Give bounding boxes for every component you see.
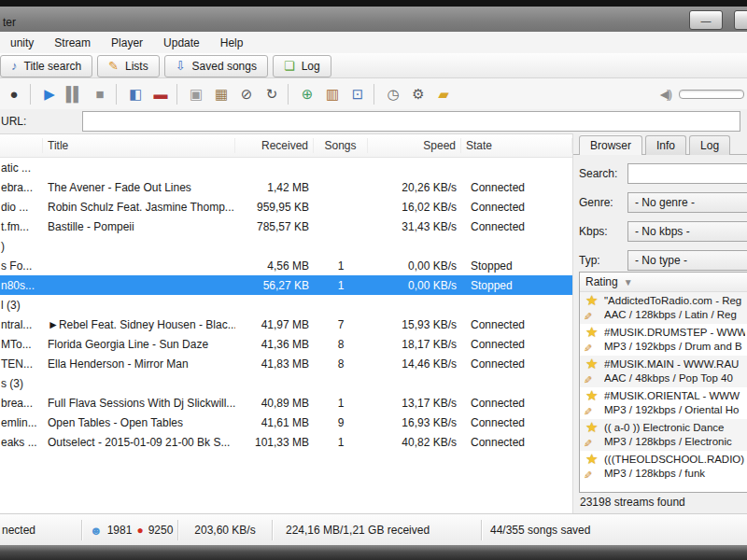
column-header-title[interactable]: Title [43,138,235,153]
list-item[interactable]: ★ ✎ "AddictedToRadio.com - Reg AAC / 128… [580,292,747,324]
menu-item[interactable]: unity [0,34,44,52]
cell-state: Connected [461,318,572,331]
toolbar-button-icon: ▬ [154,87,165,101]
toolbar-button-icon: ⚙ [412,87,421,101]
browser-panel-body: Search: Genre: - No genre - Kbps: - No k… [573,154,747,513]
volume-slider[interactable] [679,90,744,99]
cell-speed: 14,46 KB/s [368,357,461,371]
menu-item[interactable]: Help [210,34,254,52]
genre-select[interactable]: - No genre - [627,192,747,213]
url-input[interactable] [82,111,740,132]
column-header-state[interactable]: State [461,138,572,153]
player-button[interactable]: ▥ [318,81,344,106]
cell-state: Connected [461,220,572,233]
list-item[interactable]: ★ ✎ (( a-0 )) Electronic Dance MP3 / 128… [580,419,747,451]
record-button[interactable]: ● [0,81,25,106]
panel-tab-log[interactable]: Log [689,135,730,155]
panel-tab-browser[interactable]: Browser [579,135,642,155]
stream-entry-info: MP3 / 192kbps / Drum and B [604,340,745,354]
table-row[interactable]: TEN... Ella Henderson - Mirror Man 41,83… [0,354,572,373]
cell-title: Ella Henderson - Mirror Man [43,357,235,371]
cell-title: Open Tables - Open Tables [43,416,235,429]
add-stream-button[interactable]: ◧ [121,81,147,106]
table-row[interactable]: ebra... The Avener - Fade Out Lines 1,42… [0,177,572,197]
table-row[interactable]: s Fo... 4,56 MB 1 0,00 KB/s Stopped [0,256,572,275]
stream-entry-text: (((THEOLDSCHOOL.RADIO) MP3 / 128kbps / f… [604,453,745,481]
scheduler-button[interactable]: ◷ [379,81,404,106]
stream-entry-text: "AddictedToRadio.com - Reg AAC / 128kbps… [604,294,745,322]
maximize-button[interactable] [734,10,747,30]
play-button[interactable]: ▶ [35,81,61,106]
list-item[interactable]: ★ ✎ (((THEOLDSCHOOL.RADIO) MP3 / 128kbps… [580,451,747,483]
table-row[interactable]: eaks ... Outselect - 2015-01-09 21-00 Bk… [0,432,572,452]
table-row[interactable]: brea... Full Flava Sessions With Dj Slic… [0,393,572,413]
status-clients: ☻ 1981 ● 9250 [82,520,178,540]
star-icon: ★ [585,451,598,468]
cell-received: 41,61 MB [235,416,314,429]
reset-button[interactable]: ↻ [258,81,283,106]
cell-title: Robin Schulz Feat. Jasmine Thomp... [43,201,235,214]
cell-speed: 31,43 KB/s [368,220,461,233]
settings-button[interactable]: ⚙ [404,81,430,106]
menu-item[interactable]: Stream [44,34,101,52]
table-row[interactable]: atic ... [0,158,572,177]
tab-title-search[interactable]: ♪ Title search [0,55,92,77]
rating-column-header[interactable]: Rating ▼ [580,273,747,292]
stream-entry-info: MP3 / 128kbps / funk [604,467,745,481]
table-row[interactable]: l (3) [0,295,572,315]
column-header-speed[interactable]: Speed [368,138,461,153]
save-playlist-button[interactable]: ⊡ [344,81,369,106]
stream-entry-name: (((THEOLDSCHOOL.RADIO) [604,453,745,467]
stream-entry-name: #MUSIK.DRUMSTEP - WWW [604,326,745,340]
pause-button[interactable]: ▌▌ [61,81,86,106]
separator [111,84,121,105]
panel-tab-label: Info [656,139,675,152]
cell-received: 101,33 MB [235,436,314,449]
cleanup-button[interactable]: ▰ [430,81,455,106]
cell-stream-name: brea... [0,397,43,410]
block-button[interactable]: ⊘ [233,81,258,106]
menu-item-label: Help [220,36,244,49]
tab-saved-songs[interactable]: ⇩ Saved songs [164,55,268,77]
rating-header-label: Rating [585,275,618,288]
app-window: ter — unity Stream Player Update Help [0,0,747,560]
table-row[interactable]: n80s... 56,27 KB 1 0,00 KB/s Stopped [0,275,572,295]
copy-button[interactable]: ▣ [182,81,207,106]
connection-label: nected [2,524,35,537]
kbps-select[interactable]: - No kbps - [627,221,747,242]
list-item[interactable]: ★ ✎ #MUSIK.ORIENTAL - WWW MP3 / 192kbps … [580,387,747,419]
cell-stream-name: TEN... [0,357,43,371]
table-row[interactable]: emlin... Open Tables - Open Tables 41,61… [0,413,572,432]
tab-lists[interactable]: ✎ Lists [97,55,160,77]
tab-log[interactable]: ❏ Log [273,55,331,77]
stream-entry-info: MP3 / 128kbps / Electronic [604,435,745,449]
table-row[interactable]: ) [0,236,572,256]
browse-streams-button[interactable]: ⊕ [293,81,318,106]
remove-stream-button[interactable]: ▬ [147,81,172,106]
list-item[interactable]: ★ ✎ #MUSIK.MAIN - WWW.RAU AAC / 48kbps /… [580,356,747,387]
list-item[interactable]: ★ ✎ #MUSIK.DRUMSTEP - WWW MP3 / 192kbps … [580,324,747,356]
cell-stream-name: emlin... [0,416,43,429]
typ-select[interactable]: - No type - [627,250,747,271]
pencil-icon: ✎ [584,374,592,386]
table-row[interactable]: MTo... Florida Georgia Line - Sun Daze 4… [0,334,572,354]
title-bar[interactable]: ter — [0,7,747,32]
stream-entry-text: #MUSIK.MAIN - WWW.RAU AAC / 48kbps / Pop… [604,357,745,385]
delete-button[interactable]: ▦ [207,81,233,106]
column-header-received[interactable]: Received [235,138,314,153]
rating-icons: ★ ✎ [584,453,604,481]
tab-label: Saved songs [192,60,257,73]
column-header-name[interactable] [0,138,43,153]
search-input[interactable] [627,163,747,184]
minimize-button[interactable]: — [689,10,723,30]
received-label: 224,16 MB/1,21 GB received [286,524,430,537]
table-row[interactable]: dio ... Robin Schulz Feat. Jasmine Thomp… [0,197,572,217]
table-row[interactable]: ntral... ►Rebel Feat. Sidney Housen - Bl… [0,315,572,334]
stop-button[interactable]: ■ [86,81,111,106]
table-row[interactable]: s (3) [0,373,572,393]
column-header-songs[interactable]: Songs [314,138,368,153]
menu-item[interactable]: Player [101,34,153,52]
panel-tab-info[interactable]: Info [645,135,686,155]
table-row[interactable]: t.fm... Bastille - Pompeii 785,57 KB 31,… [0,217,572,236]
menu-item[interactable]: Update [153,34,210,52]
